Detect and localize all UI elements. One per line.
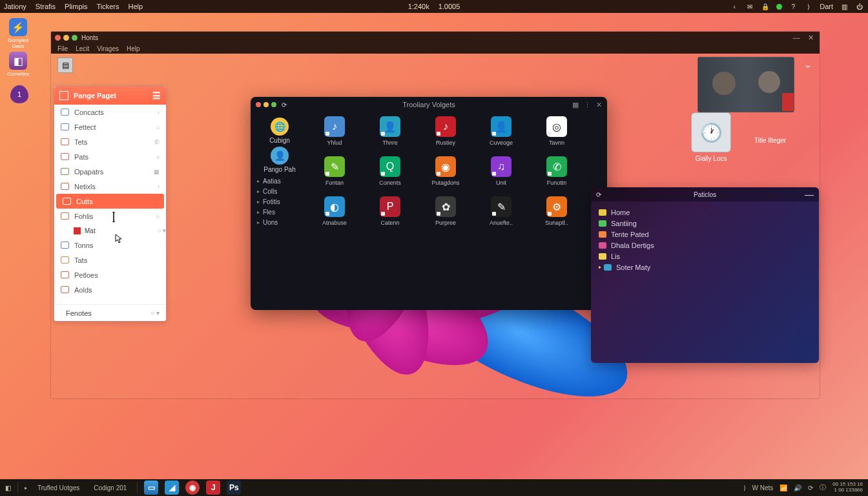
app-launcher-item[interactable]: ✎ Anuefte..: [482, 196, 521, 226]
dropdown-icon[interactable]: ○ ▾: [150, 309, 160, 316]
panel-item[interactable]: Concacts ›: [54, 105, 166, 119]
menu-item[interactable]: Plimpis: [65, 3, 87, 10]
minimize-button[interactable]: —: [805, 189, 814, 200]
tray-power-icon[interactable]: ⏻: [855, 2, 864, 11]
menu-view[interactable]: Virages: [97, 45, 119, 52]
tray-volume-icon[interactable]: 🔊: [794, 484, 801, 491]
menu-help[interactable]: Help: [127, 45, 140, 52]
tray-status-icon[interactable]: [776, 4, 782, 10]
places-item[interactable]: Tente Pated: [591, 229, 819, 240]
taskbar-app-icon[interactable]: J: [206, 480, 220, 495]
panel-item[interactable]: Pats ⟐: [54, 149, 166, 164]
maximize-icon[interactable]: [72, 35, 78, 41]
panel-subitem[interactable]: Mat○ ▾: [54, 223, 166, 238]
panel-item[interactable]: Petloes: [54, 267, 166, 282]
link-icon[interactable]: ⟐: [156, 154, 160, 160]
panel-item[interactable]: Fohlis ○: [54, 209, 166, 223]
menu-icon[interactable]: ☰: [152, 90, 161, 101]
panel-item[interactable]: Tonns: [54, 238, 166, 253]
close-button[interactable]: ✕: [596, 101, 602, 109]
tray-wifi-icon[interactable]: 📶: [780, 484, 787, 491]
sidebar-item[interactable]: Fotitis: [254, 196, 305, 207]
desktop-icon-clock[interactable]: 🕐 Gially Locs: [691, 112, 731, 162]
tray-label[interactable]: W Nets: [752, 484, 774, 491]
grid-icon[interactable]: ▦: [572, 101, 579, 109]
app-launcher-item[interactable]: ♪ Rustiey: [426, 116, 465, 146]
sidebar-item[interactable]: Aatias: [254, 176, 305, 186]
sidebar-category[interactable]: 👤 Pango Pah: [254, 147, 305, 173]
panel-item[interactable]: Tats: [54, 253, 166, 267]
minimize-icon[interactable]: [63, 35, 69, 41]
app-launcher-item[interactable]: Q Conents: [371, 156, 409, 186]
desktop-icon[interactable]: ◧ Comelies: [5, 52, 31, 77]
ring-icon[interactable]: ○: [156, 213, 160, 220]
taskbar-app-icon[interactable]: ▭: [144, 480, 158, 495]
menu-item[interactable]: Help: [129, 3, 143, 10]
menu-item[interactable]: Jationy: [4, 3, 26, 10]
places-item[interactable]: Lis: [591, 251, 819, 262]
window-titlebar[interactable]: ⟳ Paticlos —: [591, 187, 819, 202]
maximize-icon[interactable]: [271, 102, 276, 107]
minimize-button[interactable]: —: [791, 33, 801, 42]
panel-item[interactable]: Netixls ›: [54, 179, 166, 194]
app-launcher-item[interactable]: ♫ Unit: [482, 156, 521, 186]
places-item[interactable]: Santiing: [591, 218, 819, 229]
menu-item[interactable]: Tickers: [97, 3, 119, 10]
sidebar-item[interactable]: Colls: [254, 186, 305, 196]
app-launcher-item[interactable]: ⚙ Sunaptl..: [537, 196, 576, 226]
taskbar-chevron-icon[interactable]: ▸: [25, 485, 27, 491]
tray-help-icon[interactable]: ?: [789, 2, 798, 11]
taskbar-button[interactable]: Trufled Uotges: [34, 483, 83, 493]
app-launcher-item[interactable]: ✆ Funottn: [537, 156, 576, 186]
panel-item[interactable]: Tets ✆: [54, 134, 166, 149]
sidebar-category[interactable]: 🌐 Cubign: [254, 118, 305, 144]
sidebar-handle-icon[interactable]: ⫟: [803, 61, 815, 76]
menu-file[interactable]: File: [57, 45, 68, 52]
tray-chevron-icon[interactable]: ⟩: [804, 2, 813, 11]
sidebar-item[interactable]: Fles: [254, 207, 305, 217]
taskbar-app-icon[interactable]: Ps: [227, 480, 241, 495]
tray-info-icon[interactable]: ⓘ: [820, 483, 826, 492]
places-item[interactable]: Home: [591, 207, 819, 218]
panel-footer-item[interactable]: Fenotes ○ ▾: [54, 304, 166, 321]
app-launcher-item[interactable]: ◎ Tavnn: [537, 116, 576, 146]
start-icon[interactable]: ◧: [5, 484, 11, 491]
chev-icon[interactable]: ›: [158, 109, 160, 116]
tray-label[interactable]: Dart: [820, 3, 833, 10]
app-launcher-item[interactable]: 👤 Thnre: [371, 116, 409, 146]
taskbar-app-icon[interactable]: ◉: [185, 480, 200, 495]
places-item[interactable]: Dhala Dertigs: [591, 240, 819, 251]
panel-item[interactable]: Opapatrs ▦: [54, 164, 166, 179]
toolbar-nav-button[interactable]: ▤: [57, 57, 73, 73]
phone-icon[interactable]: ✆: [154, 139, 160, 145]
desktop-icon-label[interactable]: Title Ilteger: [754, 137, 786, 144]
window-titlebar[interactable]: Honts — ✕: [51, 32, 820, 43]
desktop-icon-shield[interactable]: 1: [6, 85, 32, 105]
taskbar-button[interactable]: Codign 201: [90, 483, 130, 493]
desktop-icon[interactable]: ⚡ Gomyled Gads: [5, 18, 31, 49]
app-launcher-item[interactable]: ✎ Fontan: [315, 156, 354, 186]
app-launcher-item[interactable]: P Catenn: [371, 196, 409, 226]
tray-refresh-icon[interactable]: ⟳: [808, 484, 813, 491]
search-icon[interactable]: ⌕: [156, 124, 160, 130]
tray-app-icon[interactable]: ▥: [840, 2, 849, 11]
dropdown-icon[interactable]: ○ ▾: [158, 227, 166, 234]
menu-item[interactable]: Strafis: [36, 3, 56, 10]
panel-item[interactable]: Fettect ⌕: [54, 119, 166, 134]
minimize-icon[interactable]: [264, 102, 269, 107]
desktop-thumbnail-video[interactable]: [698, 57, 794, 115]
chev-icon[interactable]: ›: [158, 183, 160, 190]
more-icon[interactable]: ⋮: [584, 101, 591, 109]
tray-nav-icon[interactable]: ‹: [730, 2, 739, 11]
window-titlebar[interactable]: ⟳ Trooliary Volgets ▦ ⋮ ✕: [251, 97, 607, 112]
app-launcher-item[interactable]: ✿ Purpree: [426, 196, 465, 226]
menu-edit[interactable]: Lecit: [76, 45, 89, 52]
panel-item[interactable]: Aolds: [54, 282, 166, 297]
tray-chevron-icon[interactable]: ⟩: [743, 484, 746, 491]
tray-lock-icon[interactable]: 🔒: [761, 2, 770, 11]
close-icon[interactable]: [256, 102, 261, 107]
app-launcher-item[interactable]: ◐ Atnabuse: [315, 196, 354, 226]
panel-item[interactable]: Cutts: [56, 194, 164, 209]
refresh-icon[interactable]: ⟳: [596, 191, 601, 198]
places-item[interactable]: ▸ Soter Maty: [591, 262, 819, 273]
